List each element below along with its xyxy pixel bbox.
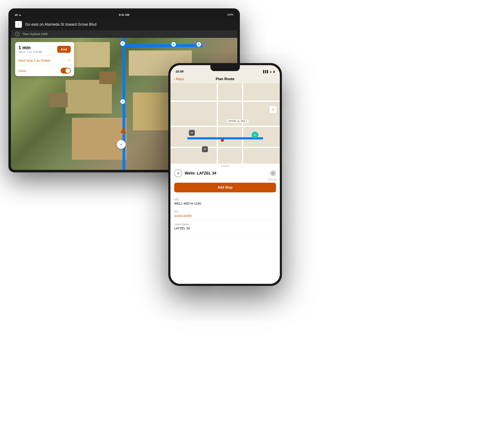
overlay-header: 1 min Stop 2 · 1 mi · 9:42 AM End [15, 42, 74, 56]
phone-status-icons: ▐▐▐ ▲ ▮ [262, 70, 275, 73]
lease-name-value: LATZEL 34 [174, 226, 276, 230]
phone-marker-1: ⚙ [189, 130, 195, 136]
voice-toggle[interactable] [61, 68, 71, 74]
compass-arrow-icon: ⌖ [272, 108, 275, 112]
well-close-button[interactable]: ✕ [270, 170, 276, 176]
tablet-overlay-panel: 1 min Stop 2 · 1 mi · 9:42 AM End Mark S… [15, 42, 74, 76]
map-building [99, 71, 116, 84]
mark-visited-row[interactable]: Mark Stop 2 as Visited ✓ [15, 56, 74, 65]
location-arrow: ⌖ [117, 140, 126, 149]
overlay-sub-info: Stop 2 · 1 mi · 9:42 AM [18, 50, 42, 54]
phone-time: 10:59 [176, 70, 184, 73]
phone-navbar: ‹ Maps Plan Route [170, 74, 280, 84]
signal-icon: all [15, 13, 18, 16]
mark-visited-label: Mark Stop 2 as Visited [18, 59, 50, 62]
lease-name-field: Lease Name LATZEL 34 [170, 220, 280, 233]
compass-icon: ⌖ [120, 142, 122, 147]
phone-wifi-icon: ▲ [269, 70, 272, 73]
well-header: ⚙ Wells: LATZEL 34 ✕ [170, 167, 280, 179]
api-label: API [174, 211, 276, 213]
phone-route-line [187, 137, 263, 139]
step-text: Then Hydrant 1509 [22, 32, 48, 36]
phone-notch [210, 65, 240, 71]
back-label: Maps [176, 77, 184, 81]
phone-battery-icon: ▮ [273, 70, 275, 73]
uid-label: UID [174, 198, 276, 201]
well-gear-icon: ⚙ [174, 169, 182, 177]
back-chevron-icon: ‹ [174, 77, 175, 81]
api-value: 4246140055 [174, 214, 276, 218]
end-button[interactable]: End [57, 46, 71, 53]
map-building [49, 93, 68, 107]
uid-field: UID WELL-MID-H-1150 [170, 196, 280, 208]
voice-row[interactable]: Voice [15, 65, 74, 76]
phone-road-h3 [170, 147, 280, 148]
wifi-icon: ▲ [18, 13, 21, 16]
stop-marker-2: 2 [120, 99, 125, 104]
uid-value: WELL-MID-H-1150 [174, 202, 276, 205]
add-stop-button[interactable]: Add Stop [174, 183, 276, 192]
tablet-time: 9:41 AM [119, 13, 129, 16]
well-title: Wells: LATZEL 34 [185, 171, 268, 176]
phone-road-h2 [170, 126, 280, 127]
tablet-statusbar: all ▲ 9:41 AM 100% [11, 11, 237, 18]
back-button[interactable]: ‹ Maps [174, 77, 184, 81]
phone-marker-active: ⊙ [252, 132, 258, 138]
tablet-navbar: ↑ Go east on Alameda St toward Grove Blv… [11, 18, 237, 30]
stop-marker-3: 3 [120, 41, 125, 46]
map-building [66, 80, 112, 114]
phone-road-v1 [217, 84, 218, 164]
phone-road-h1 [170, 101, 280, 102]
phone-map-label: UPTON -Q- FEE 1 [227, 119, 249, 123]
overlay-time: 1 min [18, 45, 42, 50]
overlay-time-block: 1 min Stop 2 · 1 mi · 9:42 AM [18, 45, 42, 54]
map-building [72, 42, 110, 67]
route-line-h [122, 44, 202, 47]
stop-marker-4: 4 [171, 42, 176, 47]
voice-label: Voice [18, 69, 26, 72]
map-building [72, 118, 127, 160]
tablet-secondary-bar: 2 Then Hydrant 1509 [11, 30, 237, 38]
phone-screen: 10:59 ▐▐▐ ▲ ▮ ‹ Maps Plan Route [170, 65, 280, 284]
stop-marker-5: 5 [196, 42, 201, 47]
battery-icon: 100% [227, 13, 233, 16]
api-field: API 4246140055 [170, 208, 280, 220]
phone-map: ⚙ ⊙ ⚙ UPTON -Q- FEE 1 ⌖ [170, 84, 280, 164]
direction-arrow [120, 127, 126, 133]
nav-instruction: Go east on Alameda St toward Grove Blvd [25, 22, 96, 27]
phone-road-v2 [242, 84, 243, 164]
check-icon: ✓ [68, 58, 71, 63]
nav-arrow-icon: ↑ [15, 21, 22, 28]
signal-bars-icon: ▐▐▐ [262, 70, 268, 73]
scene: all ▲ 9:41 AM 100% ↑ Go east on Alameda … [0, 0, 482, 448]
phone-bottom-sheet: ⚙ Wells: LATZEL 34 ✕ 71.6 mi Add Stop UI… [170, 164, 280, 284]
phone-nav-title: Plan Route [216, 77, 235, 81]
phone-marker-2: ⚙ [202, 146, 208, 152]
well-distance: 71.6 mi [170, 178, 280, 181]
phone-device: 10:59 ▐▐▐ ▲ ▮ ‹ Maps Plan Route [168, 63, 282, 286]
lease-name-label: Lease Name [174, 223, 276, 226]
phone-compass-button[interactable]: ⌖ [269, 106, 277, 114]
phone-dot-red [221, 139, 224, 142]
step-number: 2 [15, 32, 20, 36]
